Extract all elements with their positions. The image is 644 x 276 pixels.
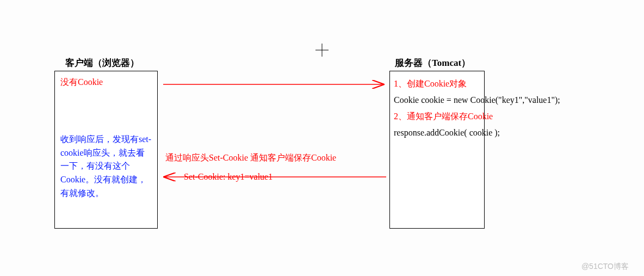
server-step2: 2、通知客户端保存Cookie [394, 110, 493, 123]
server-step1: 1、创建Cookie对象 [394, 77, 467, 90]
cursor-crosshair [315, 44, 329, 59]
client-title: 客户端（浏览器） [65, 57, 139, 69]
set-cookie-header: Set-Cookie: key1=value1 [184, 172, 273, 182]
server-code1: Cookie cookie = new Cookie("key1","value… [394, 94, 560, 107]
watermark: @51CTO博客 [581, 262, 629, 272]
server-title: 服务器（Tomcat） [395, 57, 470, 69]
server-code2: response.addCookie( cookie ); [394, 126, 500, 139]
client-no-cookie-text: 没有Cookie [60, 76, 152, 89]
client-response-note: 收到响应后，发现有set-cookie响应头，就去看一下，有没有这个Cookie… [60, 133, 152, 200]
client-box: 没有Cookie 收到响应后，发现有set-cookie响应头，就去看一下，有没… [54, 71, 158, 229]
response-header-note: 通过响应头Set-Cookie 通知客户端保存Cookie [165, 152, 336, 164]
